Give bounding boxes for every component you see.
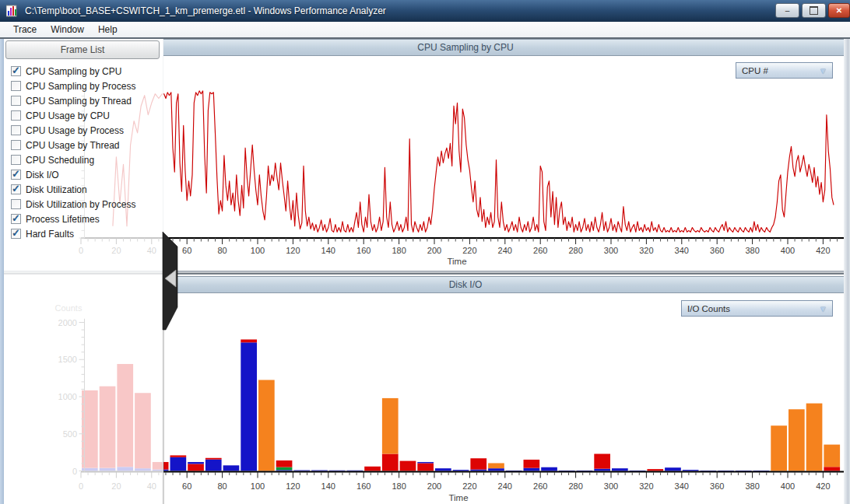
bar-segment-green — [276, 467, 293, 471]
menu-window[interactable]: Window — [44, 23, 91, 37]
checkbox-unchecked[interactable] — [11, 81, 21, 91]
frame-list-header-button[interactable]: Frame List — [5, 40, 160, 59]
bar-segment-orange — [258, 380, 275, 471]
frame-list-item-cpu-scheduling[interactable]: CPU Scheduling — [11, 152, 94, 167]
svg-text:120: 120 — [286, 481, 300, 491]
checkbox-unchecked[interactable] — [11, 96, 21, 106]
svg-text:80: 80 — [217, 481, 227, 491]
dropdown-label: CPU # — [742, 66, 819, 75]
bar-segment-blue — [665, 467, 681, 471]
bar-segment-blue — [417, 462, 434, 463]
top-chart-title: CPU Sampling by CPU — [163, 42, 767, 53]
svg-text:320: 320 — [639, 246, 653, 255]
checkbox-checked[interactable]: ✓ — [11, 229, 21, 239]
svg-text:420: 420 — [816, 246, 830, 255]
frame-list-item-cpu-usage-by-thread[interactable]: CPU Usage by Thread — [11, 138, 120, 152]
frame-list-item-disk-utilization[interactable]: ✓Disk Utilization — [11, 182, 87, 197]
bar-segment-blue — [524, 468, 540, 471]
frame-list-item-label: CPU Usage by Process — [26, 125, 124, 136]
bar-segment-blue — [683, 470, 699, 471]
svg-text:160: 160 — [357, 246, 371, 255]
svg-text:240: 240 — [498, 481, 512, 491]
bar-segment-orange — [806, 404, 823, 471]
frame-list-item-label: Hard Faults — [26, 229, 74, 240]
bar-segment-blue — [293, 471, 310, 471]
bar-segment-blue — [453, 470, 469, 471]
menu-trace[interactable]: Trace — [6, 23, 44, 37]
frame-list-item-label: CPU Usage by Thread — [26, 140, 120, 151]
bottom-x-axis: 0204060801001201401601802002202402602803… — [79, 472, 850, 503]
checkbox-unchecked[interactable] — [11, 125, 21, 135]
cpu-sampling-line-series[interactable] — [113, 91, 834, 232]
bar-segment-blue — [188, 462, 204, 464]
minimize-icon: – — [785, 6, 790, 15]
svg-text:400: 400 — [781, 246, 795, 255]
bar-segment-blue — [311, 471, 328, 471]
bar-segment-blue — [470, 470, 486, 471]
frame-list-item-cpu-usage-by-process[interactable]: CPU Usage by Process — [11, 123, 124, 138]
io-counts-dropdown[interactable]: I/O Counts ▼ — [681, 300, 833, 317]
svg-text:320: 320 — [639, 481, 653, 491]
disk-io-bars[interactable] — [82, 339, 840, 471]
svg-text:340: 340 — [675, 481, 689, 491]
bar-segment-blue — [435, 468, 451, 471]
bar-segment-orange — [824, 445, 840, 467]
bar-segment-blue — [329, 471, 346, 471]
bar-segment-red — [824, 467, 840, 471]
svg-text:280: 280 — [568, 481, 582, 491]
check-icon: ✓ — [12, 183, 20, 194]
frame-list-item-label: Disk Utilization by Process — [26, 199, 135, 210]
bar-segment-blue — [276, 470, 293, 471]
frame-list-item-cpu-sampling-by-thread[interactable]: CPU Sampling by Thread — [11, 93, 132, 108]
app-icon — [6, 5, 19, 17]
bar-segment-blue — [347, 471, 364, 471]
bar-segment-blue — [594, 469, 610, 471]
checkbox-unchecked[interactable] — [11, 199, 21, 209]
menu-help[interactable]: Help — [91, 23, 125, 37]
title-bar[interactable]: C:\Temp\boot_BASE+CSWITCH_1_km_premerge.… — [0, 0, 850, 22]
frame-list-item-process-lifetimes[interactable]: ✓Process Lifetimes — [11, 212, 100, 226]
checkbox-unchecked[interactable] — [11, 155, 21, 165]
checkbox-checked[interactable]: ✓ — [11, 170, 21, 180]
frame-list-item-label: CPU Scheduling — [26, 155, 94, 166]
frame-list-item-cpu-usage-by-cpu[interactable]: CPU Usage by CPU — [11, 108, 110, 123]
frame-list-item-hard-faults[interactable]: ✓Hard Faults — [11, 226, 74, 241]
svg-text:100: 100 — [251, 481, 265, 491]
bar-segment-orange — [382, 398, 399, 454]
frame-list-item-disk-utilization-by-process[interactable]: Disk Utilization by Process — [11, 197, 135, 212]
svg-text:220: 220 — [462, 246, 476, 255]
checkbox-checked[interactable]: ✓ — [11, 214, 21, 224]
wpa-window: 0204060801001201401601802002202402602803… — [0, 0, 850, 504]
cpu-number-dropdown[interactable]: CPU # ▼ — [736, 62, 833, 79]
checkbox-unchecked[interactable] — [11, 110, 21, 121]
svg-text:420: 420 — [816, 481, 830, 491]
bar-segment-red — [382, 454, 399, 471]
svg-text:120: 120 — [286, 246, 300, 255]
svg-text:100: 100 — [251, 246, 265, 255]
checkbox-checked[interactable]: ✓ — [11, 66, 21, 76]
svg-text:60: 60 — [182, 246, 191, 255]
bar-segment-blue — [541, 467, 557, 471]
bar-segment-blue — [488, 468, 504, 471]
frame-list-item-cpu-sampling-by-cpu[interactable]: ✓CPU Sampling by CPU — [11, 64, 121, 79]
menu-bar: Trace Window Help — [0, 22, 850, 37]
close-button[interactable]: ✕ — [828, 3, 850, 18]
svg-text:400: 400 — [781, 481, 795, 491]
pane-splitter-handle[interactable] — [160, 229, 181, 334]
bar-segment-red — [205, 458, 222, 460]
checkbox-checked[interactable]: ✓ — [11, 184, 21, 194]
minimize-button[interactable]: – — [775, 3, 799, 18]
frame-list-item-cpu-sampling-by-process[interactable]: CPU Sampling by Process — [11, 79, 135, 93]
bar-segment-red — [470, 458, 486, 469]
top-x-axis: 0204060801001201401601802002202402602803… — [79, 238, 850, 266]
check-icon: ✓ — [12, 65, 20, 76]
top-x-axis-title: Time — [447, 257, 466, 266]
frame-list-item-label: CPU Sampling by CPU — [26, 66, 121, 77]
bar-segment-red — [241, 339, 257, 342]
svg-text:60: 60 — [182, 481, 191, 491]
restore-button[interactable] — [802, 3, 826, 18]
dropdown-label: I/O Counts — [687, 304, 819, 313]
svg-text:380: 380 — [745, 246, 759, 255]
checkbox-unchecked[interactable] — [11, 140, 21, 150]
frame-list-item-disk-i-o[interactable]: ✓Disk I/O — [11, 167, 59, 182]
